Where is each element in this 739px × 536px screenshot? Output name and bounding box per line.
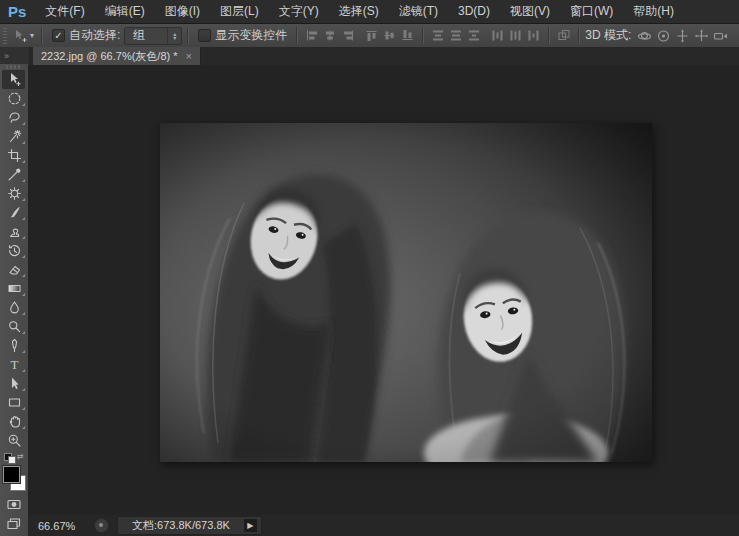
separator (187, 27, 189, 44)
3d-roll-button[interactable] (654, 26, 673, 46)
magic-wand-tool[interactable] (0, 127, 28, 146)
menu-type[interactable]: 文字(Y) (269, 0, 329, 23)
tool-preset-picker[interactable]: ▾ (11, 26, 36, 46)
menu-help[interactable]: 帮助(H) (623, 0, 684, 23)
menu-layer[interactable]: 图层(L) (210, 0, 269, 23)
3d-dolly-camera-button[interactable] (711, 26, 731, 46)
double-arrow-icon: » (4, 51, 9, 61)
separator (41, 27, 43, 44)
auto-select-checkbox[interactable]: ✓ (52, 29, 65, 42)
dodge-tool[interactable] (0, 317, 28, 336)
gradient-tool[interactable] (0, 279, 28, 298)
pen-tool[interactable] (0, 336, 28, 355)
panel-collapse-button[interactable]: » (0, 47, 28, 64)
separator (548, 27, 550, 44)
menu-file[interactable]: 文件(F) (35, 0, 94, 23)
align-horizontal-centers-button[interactable] (321, 26, 339, 46)
align-left-edges-button[interactable] (303, 26, 321, 46)
path-selection-tool[interactable] (0, 374, 28, 393)
separator (578, 27, 580, 44)
healing-brush-tool[interactable] (0, 184, 28, 203)
svg-text:T: T (10, 357, 18, 372)
rectangle-shape-tool[interactable] (0, 393, 28, 412)
tools-panel: » T ⇄ (0, 47, 29, 536)
auto-select-label: 自动选择: (69, 27, 120, 44)
distribute-left-edges-button[interactable] (489, 26, 507, 46)
menu-image[interactable]: 图像(I) (155, 0, 210, 23)
spinner-icon[interactable]: ▴▾ (167, 28, 181, 44)
eraser-tool[interactable] (0, 260, 28, 279)
options-grip[interactable] (3, 28, 7, 44)
auto-align-layers-button[interactable] (555, 26, 573, 46)
auto-select-dropdown[interactable]: 组 ▴▾ (124, 27, 182, 45)
options-bar: ▾ ✓ 自动选择: 组 ▴▾ 显示变换控件 3D 模式: (0, 24, 739, 48)
3d-slide-button[interactable] (692, 26, 711, 46)
move-tool[interactable] (0, 70, 28, 89)
menu-filter[interactable]: 滤镜(T) (389, 0, 448, 23)
3d-orbit-button[interactable] (635, 26, 654, 46)
tab-bar: 2232.jpg @ 66.7%(灰色/8) * × (28, 47, 739, 65)
document-info: 文档:673.8K/673.8K ▶ (117, 516, 262, 535)
distribute-vertical-centers-button[interactable] (447, 26, 465, 46)
menu-select[interactable]: 选择(S) (329, 0, 389, 23)
separator (422, 27, 424, 44)
document-size-label: 文档:673.8K/673.8K (132, 518, 230, 533)
eyedropper-tool[interactable] (0, 165, 28, 184)
chevron-down-icon: ▾ (30, 31, 34, 40)
color-swatches (0, 463, 28, 495)
distribute-horizontal-centers-button[interactable] (507, 26, 525, 46)
canvas-photo[interactable] (160, 123, 652, 462)
history-brush-tool[interactable] (0, 241, 28, 260)
lasso-tool[interactable] (0, 108, 28, 127)
document-tab[interactable]: 2232.jpg @ 66.7%(灰色/8) * × (33, 47, 201, 65)
crop-tool[interactable] (0, 146, 28, 165)
auto-select-value: 组 (125, 27, 167, 44)
foreground-color-swatch[interactable] (3, 466, 20, 483)
status-popup-button[interactable]: ▶ (244, 519, 257, 532)
align-top-edges-button[interactable] (363, 26, 381, 46)
menu-view[interactable]: 视图(V) (500, 0, 560, 23)
canvas-area[interactable] (28, 65, 739, 515)
distribute-top-edges-button[interactable] (429, 26, 447, 46)
close-icon[interactable]: × (186, 51, 192, 62)
hand-tool[interactable] (0, 412, 28, 431)
document-tab-title: 2232.jpg @ 66.7%(灰色/8) * (41, 49, 178, 64)
menu-bar: Ps 文件(F) 编辑(E) 图像(I) 图层(L) 文字(Y) 选择(S) 滤… (0, 0, 739, 24)
status-bar: 66.67% 文档:673.8K/673.8K ▶ (28, 515, 739, 536)
show-transform-checkbox[interactable] (198, 29, 211, 42)
menu-window[interactable]: 窗口(W) (560, 0, 623, 23)
status-icon[interactable] (94, 518, 109, 533)
align-vertical-centers-button[interactable] (381, 26, 399, 46)
zoom-level-field[interactable]: 66.67% (34, 518, 94, 534)
quick-mask-button[interactable] (0, 495, 28, 514)
align-right-edges-button[interactable] (339, 26, 357, 46)
clone-stamp-tool[interactable] (0, 222, 28, 241)
blur-tool[interactable] (0, 298, 28, 317)
elliptical-marquee-tool[interactable] (0, 89, 28, 108)
separator (296, 27, 298, 44)
align-bottom-edges-button[interactable] (399, 26, 417, 46)
menu-edit[interactable]: 编辑(E) (95, 0, 155, 23)
distribute-right-edges-button[interactable] (525, 26, 543, 46)
swap-colors-icon[interactable]: ⇄ (17, 452, 24, 461)
photoshop-logo: Ps (0, 3, 35, 20)
mode3d-label: 3D 模式: (585, 27, 631, 44)
type-tool[interactable]: T (0, 355, 28, 374)
brush-tool[interactable] (0, 203, 28, 222)
screen-mode-button[interactable] (0, 514, 28, 533)
3d-pan-button[interactable] (673, 26, 692, 46)
zoom-tool[interactable] (0, 431, 28, 450)
default-swap-colors[interactable]: ⇄ (0, 450, 28, 463)
menu-3d[interactable]: 3D(D) (448, 0, 500, 23)
show-transform-label: 显示变换控件 (215, 27, 287, 44)
distribute-bottom-edges-button[interactable] (465, 26, 483, 46)
panel-grip[interactable] (6, 65, 22, 69)
move-tool-icon (13, 29, 28, 43)
